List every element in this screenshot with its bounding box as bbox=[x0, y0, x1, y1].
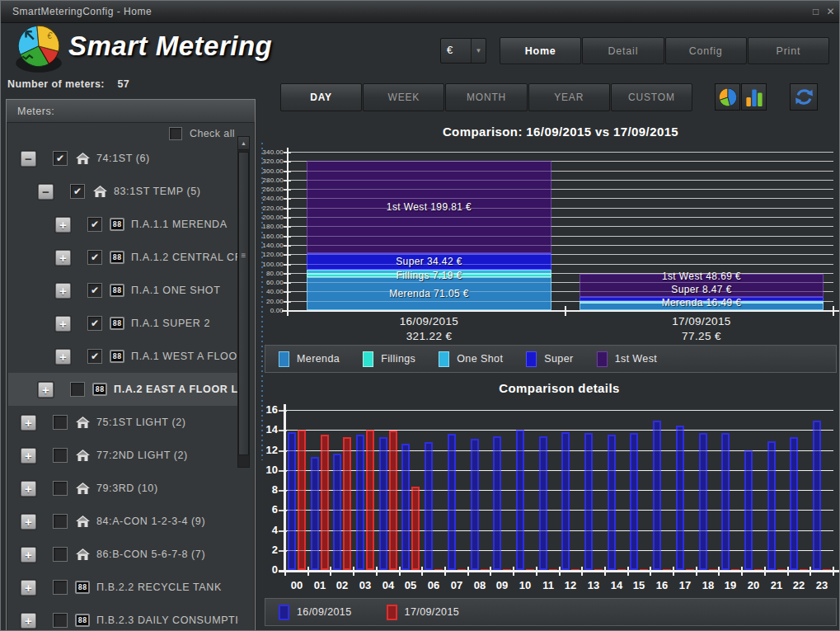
detail-bar-16-09-2015 bbox=[401, 444, 410, 570]
x-tick bbox=[353, 567, 354, 576]
y-axis bbox=[287, 148, 289, 311]
gridline-overlay bbox=[307, 161, 551, 162]
tree-item-2-3-daily-consumption-tank[interactable]: +88Π.Β.2.3 DAILY CONSUMPTION TANK bbox=[8, 604, 239, 629]
x-tick bbox=[307, 567, 309, 576]
tree-item-2-2-recycle-tank[interactable]: +88Π.Β.2.2 RECYCLE TANK bbox=[8, 571, 239, 604]
plus-icon[interactable]: + bbox=[55, 250, 71, 266]
checkbox[interactable]: ✔ bbox=[87, 217, 102, 232]
nav-button-detail[interactable]: Detail bbox=[582, 37, 664, 64]
check-all[interactable]: Check all bbox=[169, 127, 235, 140]
check-all-checkbox[interactable] bbox=[169, 127, 182, 140]
chevron-down-icon[interactable]: ▼ bbox=[471, 39, 486, 63]
tree-item-1-1-merenda[interactable]: +✔88Π.Α.1.1 MERENDA bbox=[8, 208, 239, 241]
checkbox[interactable]: ✔ bbox=[87, 250, 102, 265]
checkbox[interactable]: ✔ bbox=[87, 349, 102, 364]
nav-button-config[interactable]: Config bbox=[665, 37, 747, 64]
checkbox[interactable]: ✔ bbox=[87, 283, 102, 298]
pie-chart-icon[interactable] bbox=[715, 83, 740, 111]
refresh-icon[interactable] bbox=[790, 83, 818, 111]
title-bar: SmartMeteringConfig - Home □ ✕ bbox=[1, 1, 839, 23]
house-icon bbox=[75, 483, 90, 495]
x-tick bbox=[513, 567, 514, 576]
minus-icon[interactable]: − bbox=[21, 151, 36, 167]
tree-item-83-1st-temp-5[interactable]: −✔83:1ST TEMP (5) bbox=[8, 175, 239, 208]
period-button-day[interactable]: DAY bbox=[280, 83, 362, 111]
plus-icon[interactable]: + bbox=[21, 448, 36, 464]
checkbox[interactable]: ✔ bbox=[70, 184, 85, 199]
gridline-overlay bbox=[307, 282, 551, 283]
x-tick-label: 04 bbox=[378, 579, 399, 592]
y-tick-label: 8 bbox=[258, 483, 278, 497]
maximize-icon[interactable]: □ bbox=[808, 5, 824, 19]
tree-item-84-a-con-1-2-3-4-9[interactable]: +84:A-CON 1-2-3-4 (9) bbox=[8, 505, 239, 538]
house-icon bbox=[75, 516, 90, 528]
close-icon[interactable]: ✕ bbox=[823, 5, 838, 19]
checkbox[interactable] bbox=[53, 481, 68, 496]
tree-item-74-1st-6[interactable]: −✔74:1ST (6) bbox=[8, 142, 239, 175]
meter-tree: −✔74:1ST (6)−✔83:1ST TEMP (5)+✔88Π.Α.1.1… bbox=[8, 142, 239, 629]
y-tick-label: 320.00 bbox=[256, 158, 284, 165]
window-title: SmartMeteringConfig - Home bbox=[12, 6, 152, 17]
legend-label: 1st West bbox=[615, 353, 658, 365]
plus-icon[interactable]: + bbox=[55, 283, 71, 299]
period-button-year[interactable]: YEAR bbox=[528, 83, 610, 111]
plus-icon[interactable]: + bbox=[21, 415, 36, 431]
plus-icon[interactable]: + bbox=[21, 481, 36, 497]
checkbox[interactable] bbox=[70, 382, 85, 397]
plus-icon[interactable]: + bbox=[21, 547, 36, 563]
checkbox[interactable] bbox=[53, 613, 68, 628]
meter-icon: 88 bbox=[110, 317, 124, 330]
tree-item-1-west-a-floor-light-g[interactable]: +✔88Π.Α.1 WEST A FLOOR LIGHT G bbox=[8, 340, 239, 373]
plus-icon[interactable]: + bbox=[21, 613, 36, 629]
meters-count-label: Number of meters: bbox=[7, 78, 105, 90]
plus-icon[interactable]: + bbox=[21, 514, 36, 530]
scroll-up-icon[interactable]: ▲ bbox=[238, 137, 249, 150]
y-tick-label: 16 bbox=[258, 403, 278, 417]
legend-label: Super bbox=[544, 353, 573, 365]
period-button-month[interactable]: MONTH bbox=[445, 83, 527, 111]
tree-item-1-2-central-cremes[interactable]: +✔88Π.Α.1.2 CENTRAL CREMES bbox=[8, 241, 239, 274]
meters-count-value: 57 bbox=[117, 78, 129, 90]
y-axis bbox=[284, 404, 286, 572]
checkbox[interactable] bbox=[53, 514, 68, 529]
plus-icon[interactable]: + bbox=[21, 580, 36, 596]
tree-item-77-2nd-light-2[interactable]: +77:2ND LIGHT (2) bbox=[8, 439, 239, 472]
gridline-overlay bbox=[307, 180, 551, 181]
currency-select[interactable]: € ▼ bbox=[440, 38, 486, 64]
y-tick-label: 14 bbox=[258, 423, 278, 436]
period-button-custom[interactable]: CUSTOM bbox=[611, 83, 692, 111]
tree-item-79-3rd-10[interactable]: +79:3RD (10) bbox=[8, 472, 239, 505]
scrollbar-thumb[interactable]: ≡ bbox=[238, 152, 249, 455]
checkbox[interactable] bbox=[53, 415, 68, 430]
x-tick-label: 00 bbox=[286, 579, 307, 592]
tree-item-75-1st-light-2[interactable]: +75:1ST LIGHT (2) bbox=[8, 406, 239, 439]
y-tick-label: 2 bbox=[258, 544, 278, 557]
nav-button-print[interactable]: Print bbox=[748, 37, 829, 64]
bar-chart-icon[interactable] bbox=[741, 83, 767, 111]
checkbox[interactable] bbox=[53, 448, 68, 463]
category-total: 321.22 € bbox=[355, 330, 504, 344]
details-legend: 16/09/201517/09/2015 bbox=[265, 598, 837, 626]
plus-icon[interactable]: + bbox=[55, 316, 71, 332]
checkbox[interactable] bbox=[53, 547, 68, 562]
sidebar-scrollbar[interactable]: ▲ ≡ bbox=[237, 136, 250, 468]
minus-icon[interactable]: − bbox=[38, 184, 54, 200]
plus-icon[interactable]: + bbox=[38, 382, 54, 398]
meters-count-line: Number of meters: 57 bbox=[7, 78, 129, 90]
period-button-week[interactable]: WEEK bbox=[363, 83, 444, 111]
gridline-overlay bbox=[307, 301, 551, 302]
nav-button-home[interactable]: Home bbox=[500, 37, 581, 64]
meter-icon: 88 bbox=[110, 350, 124, 363]
plus-icon[interactable]: + bbox=[55, 217, 71, 233]
checkbox[interactable] bbox=[53, 580, 68, 595]
tree-item-2-east-a-floor-light-gene[interactable]: +88Π.Α.2 EAST A FLOOR LIGHT GENE bbox=[8, 373, 239, 406]
tree-item-1-one-shot[interactable]: +✔88Π.Α.1 ONE SHOT bbox=[8, 274, 239, 307]
checkbox[interactable]: ✔ bbox=[87, 316, 102, 331]
gridline bbox=[288, 152, 833, 153]
checkbox[interactable]: ✔ bbox=[53, 151, 68, 166]
plus-icon[interactable]: + bbox=[55, 349, 71, 365]
tree-item-86-b-con-5-6-7-8-7[interactable]: +86:B-CON 5-6-7-8 (7) bbox=[8, 538, 239, 571]
x-tick bbox=[581, 567, 583, 576]
meters-panel-title: Meters: bbox=[7, 100, 255, 123]
tree-item-1-super-2[interactable]: +✔88Π.Α.1 SUPER 2 bbox=[8, 307, 239, 340]
